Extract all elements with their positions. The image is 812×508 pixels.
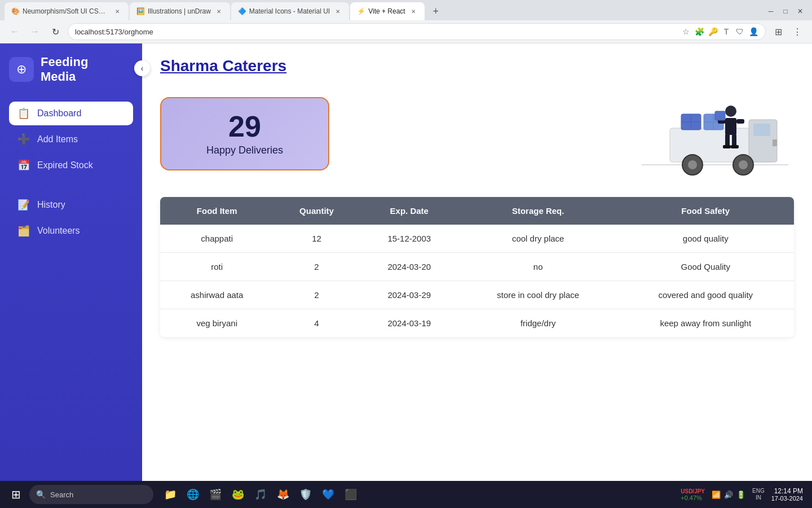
svg-point-14 <box>739 160 748 169</box>
table-cell-2-0: ashirwad aata <box>160 281 273 309</box>
add-items-label: Add Items <box>37 134 78 144</box>
sidebar-item-add-items[interactable]: ➕ Add Items <box>9 128 133 151</box>
table-cell-1-1: 2 <box>273 253 359 281</box>
lang-line1: ENG <box>752 488 765 494</box>
back-button[interactable]: ← <box>7 24 23 40</box>
table-row: roti22024-03-20noGood Quality <box>160 253 794 281</box>
forward-button[interactable]: → <box>27 24 43 40</box>
sidebar-item-volunteers[interactable]: 🗂️ Volunteers <box>9 219 133 243</box>
tab-2-favicon: 🖼️ <box>136 7 144 15</box>
lang-line2: IN <box>756 494 761 501</box>
add-items-icon: ➕ <box>17 133 30 146</box>
table-cell-0-0: chappati <box>160 225 273 253</box>
food-table: Food Item Quantity Exp. Date Storage Req… <box>160 197 794 337</box>
table-row: veg biryani42024-03-19fridge/drykeep awa… <box>160 309 794 338</box>
col-header-exp-date: Exp. Date <box>360 197 459 225</box>
table-cell-1-0: roti <box>160 253 273 281</box>
svg-rect-4 <box>773 139 777 146</box>
delivery-card: 29 Happy Deliveries <box>160 97 329 170</box>
svg-rect-23 <box>715 111 725 120</box>
translate-icon[interactable]: T <box>721 27 731 37</box>
tab-1[interactable]: 🎨 Neumorphism/Soft UI CSS sha... ✕ <box>5 2 129 20</box>
start-button[interactable]: ⊞ <box>5 483 27 506</box>
dashboard-icon: 📋 <box>17 107 30 120</box>
minimize-button[interactable]: ─ <box>766 6 776 16</box>
taskbar-app-frog[interactable]: 🐸 <box>228 484 248 505</box>
taskbar-app-brave[interactable]: 🛡️ <box>295 484 316 505</box>
taskbar-app-terminal[interactable]: ⬛ <box>341 484 361 505</box>
sidebar-header: ⊕ FeedingMedia <box>9 55 133 85</box>
table-cell-3-2: 2024-03-19 <box>360 309 459 338</box>
tab-2-close[interactable]: ✕ <box>214 7 223 16</box>
volunteers-label: Volunteers <box>37 226 80 236</box>
window-controls: ─ □ ✕ <box>766 6 812 16</box>
taskbar-app-chrome[interactable]: 🌐 <box>183 484 203 505</box>
currency-label: USD/JPY <box>681 488 705 494</box>
sidebar-item-history[interactable]: 📝 History <box>9 193 133 217</box>
table-cell-3-4: keep away from sunlight <box>617 309 794 338</box>
col-header-storage: Storage Req. <box>459 197 617 225</box>
system-icons: 📶 🔊 🔋 <box>712 491 745 499</box>
maximize-button[interactable]: □ <box>780 6 791 16</box>
password-icon[interactable]: 🔑 <box>708 27 718 37</box>
table-cell-2-3: store in cool dry place <box>459 281 617 309</box>
tab-4[interactable]: ⚡ Vite + React ✕ <box>350 2 424 20</box>
profile-icon[interactable]: 👤 <box>748 27 758 37</box>
collapse-icon: ‹ <box>141 64 144 73</box>
tab-1-title: Neumorphism/Soft UI CSS sha... <box>23 7 109 15</box>
taskbar-search[interactable]: 🔍 Search <box>29 485 153 504</box>
language-indicator: ENG IN <box>752 488 765 501</box>
extensions-button[interactable]: ⊞ <box>770 24 786 40</box>
tab-bar: 🎨 Neumorphism/Soft UI CSS sha... ✕ 🖼️ Il… <box>0 0 812 20</box>
tab-3-close[interactable]: ✕ <box>333 7 342 16</box>
svg-rect-16 <box>725 118 736 135</box>
volume-icon: 🔊 <box>724 491 733 499</box>
org-title[interactable]: Sharma Caterers <box>160 57 794 75</box>
expired-stock-icon: 📅 <box>17 159 30 172</box>
table-cell-3-0: veg biryani <box>160 309 273 338</box>
table-cell-0-2: 15-12-2003 <box>360 225 459 253</box>
tab-3[interactable]: 🔷 Material Icons - Material UI ✕ <box>231 2 349 20</box>
address-bar[interactable]: localhost:5173/orghome ☆ 🧩 🔑 T 🛡 👤 <box>68 23 766 40</box>
browser-chrome: 🎨 Neumorphism/Soft UI CSS sha... ✕ 🖼️ Il… <box>0 0 812 43</box>
svg-rect-22 <box>731 145 739 148</box>
url-text: localhost:5173/orghome <box>75 28 676 36</box>
svg-point-15 <box>725 106 736 117</box>
svg-point-12 <box>688 160 697 169</box>
delivery-count: 29 <box>228 112 261 141</box>
collapse-sidebar-button[interactable]: ‹ <box>134 60 150 76</box>
new-tab-button[interactable]: + <box>428 3 444 19</box>
main-content: Sharma Caterers 29 Happy Deliveries <box>142 43 812 508</box>
table-cell-3-3: fridge/dry <box>459 309 617 338</box>
taskbar-app-video[interactable]: 🎬 <box>205 484 226 505</box>
history-label: History <box>37 200 65 210</box>
tab-1-close[interactable]: ✕ <box>113 7 122 16</box>
col-header-quantity: Quantity <box>273 197 359 225</box>
expired-stock-label: Expired Stock <box>37 160 93 170</box>
taskbar-app-browser[interactable]: 🦊 <box>273 484 293 505</box>
reload-button[interactable]: ↻ <box>47 24 63 40</box>
taskbar-app-media[interactable]: 🎵 <box>250 484 271 505</box>
extension-icon[interactable]: 🧩 <box>694 27 704 37</box>
tab-3-favicon: 🔷 <box>238 7 246 15</box>
tab-4-close[interactable]: ✕ <box>409 7 418 16</box>
taskbar-app-file-explorer[interactable]: 📁 <box>160 484 180 505</box>
tab-1-favicon: 🎨 <box>11 7 19 15</box>
nav-items: 📋 Dashboard ➕ Add Items 📅 Expired Stock … <box>9 102 133 243</box>
bookmark-icon[interactable]: ☆ <box>681 27 691 37</box>
logo-button[interactable]: ⊕ <box>9 57 34 82</box>
sidebar: ⊕ FeedingMedia ‹ 📋 Dashboard ➕ Add Items… <box>0 43 142 508</box>
taskbar-app-code[interactable]: 💙 <box>318 484 338 505</box>
sidebar-item-dashboard[interactable]: 📋 Dashboard <box>9 102 133 125</box>
app-title: FeedingMedia <box>41 55 88 85</box>
table-cell-0-1: 12 <box>273 225 359 253</box>
tab-2[interactable]: 🖼️ Illustrations | unDraw ✕ <box>130 2 230 20</box>
table-cell-2-4: covered and good quality <box>617 281 794 309</box>
col-header-food-item: Food Item <box>160 197 273 225</box>
table-row: chappati1215-12-2003cool dry placegood q… <box>160 225 794 253</box>
more-button[interactable]: ⋮ <box>789 24 805 40</box>
close-button[interactable]: ✕ <box>795 6 805 16</box>
extension2-icon[interactable]: 🛡 <box>735 27 745 37</box>
taskbar: ⊞ 🔍 Search 📁 🌐 🎬 🐸 🎵 🦊 🛡️ 💙 ⬛ USD/JPY +0… <box>0 481 812 508</box>
sidebar-item-expired-stock[interactable]: 📅 Expired Stock <box>9 154 133 177</box>
